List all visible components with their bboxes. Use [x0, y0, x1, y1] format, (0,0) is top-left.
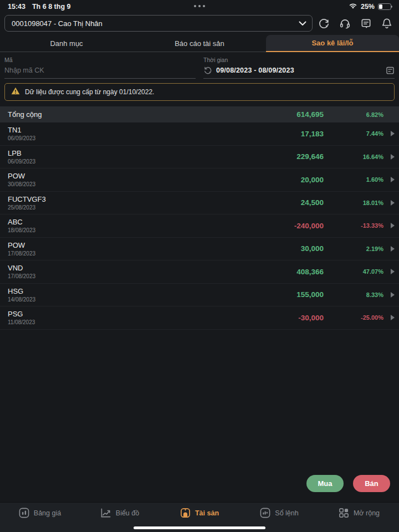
order-actions: Mua Bán — [0, 475, 399, 502]
bell-icon[interactable] — [381, 18, 392, 29]
row-detail-arrow-icon[interactable] — [383, 246, 395, 252]
row-value: 229,646 — [207, 152, 324, 161]
period-filter-field[interactable]: Thời gian 09/08/2023 - 08/09/2023 — [203, 57, 395, 79]
nav-bieu-do[interactable]: Biểu đồ — [80, 508, 160, 518]
calendar-icon[interactable] — [386, 66, 395, 75]
row-value: 24,500 — [207, 198, 324, 207]
table-row[interactable]: PSG11/08/2023 -30,000 -25.00% — [0, 306, 399, 330]
row-symbol: TN1 — [8, 126, 207, 134]
row-percent: 18.01% — [324, 200, 383, 206]
account-row: 0001098047 - Cao Thị Nhân — [0, 12, 399, 35]
asset-tabs: Danh mục Báo cáo tài sản Sao kê lãi/lỗ — [0, 35, 399, 52]
nav-so-lenh[interactable]: Sổ lệnh — [239, 508, 319, 518]
table-row[interactable]: TN106/09/2023 17,183 7.44% — [0, 122, 399, 146]
table-row[interactable]: POW17/08/2023 30,000 2.19% — [0, 238, 399, 261]
table-row[interactable]: HSG14/08/2023 155,000 8.33% — [0, 284, 399, 307]
row-date: 25/08/2023 — [8, 204, 207, 211]
nav-mo-rong[interactable]: Mở rộng — [319, 508, 399, 518]
row-detail-arrow-icon[interactable] — [383, 177, 395, 182]
tab-danh-muc[interactable]: Danh mục — [0, 35, 133, 52]
row-date: 17/08/2023 — [8, 250, 207, 257]
row-date: 17/08/2023 — [8, 273, 207, 279]
multitask-dots-icon — [194, 5, 205, 7]
grid-more-icon — [339, 508, 349, 518]
home-indicator[interactable] — [134, 526, 265, 529]
chart-line-icon — [100, 508, 111, 518]
row-value: 30,000 — [207, 244, 324, 253]
row-detail-arrow-icon[interactable] — [383, 131, 395, 136]
row-date: 06/09/2023 — [8, 135, 207, 141]
tab-sao-ke-lai-lo[interactable]: Sao kê lãi/lỗ — [266, 35, 399, 52]
row-symbol: LPB — [8, 149, 207, 157]
row-date: 30/08/2023 — [8, 181, 207, 187]
wallet-icon — [180, 508, 191, 518]
battery-percent: 25% — [361, 3, 375, 11]
chevron-down-icon — [299, 19, 306, 28]
row-detail-arrow-icon[interactable] — [383, 223, 395, 228]
feedback-note-icon[interactable] — [360, 18, 372, 29]
order-book-icon — [260, 508, 270, 518]
row-detail-arrow-icon[interactable] — [383, 200, 395, 206]
account-selector-value: 0001098047 - Cao Thị Nhân — [12, 19, 299, 28]
clock: 15:43 — [8, 3, 25, 11]
row-percent: 7.44% — [324, 130, 383, 137]
table-row[interactable]: VND17/08/2023 408,366 47.07% — [0, 260, 399, 284]
row-value: -240,000 — [207, 222, 324, 230]
nav-bang-gia[interactable]: Bảng giá — [0, 508, 80, 518]
row-percent: -13.33% — [324, 222, 383, 229]
period-value[interactable]: 09/08/2023 - 08/09/2023 — [216, 66, 382, 74]
row-detail-arrow-icon[interactable] — [383, 269, 395, 274]
row-detail-arrow-icon[interactable] — [383, 315, 395, 320]
table-row[interactable]: FUCTVGF325/08/2023 24,500 18.01% — [0, 192, 399, 215]
symbol-filter-field[interactable]: Mã Nhập mã CK — [4, 57, 196, 79]
row-value: -30,000 — [207, 314, 324, 322]
row-percent: 47.07% — [324, 268, 383, 275]
row-symbol: POW — [8, 241, 207, 249]
row-symbol: VND — [8, 264, 207, 272]
buy-button[interactable]: Mua — [306, 475, 344, 492]
row-value: 17,183 — [207, 130, 324, 138]
row-value: 155,000 — [207, 290, 324, 299]
total-percent: 6.82% — [324, 111, 383, 118]
row-percent: 8.33% — [324, 291, 383, 298]
row-symbol: HSG — [8, 287, 207, 295]
symbol-input[interactable]: Nhập mã CK — [4, 66, 44, 74]
wifi-icon — [349, 3, 357, 11]
trading-app: 15:43 Th 6 8 thg 9 25% 0001098047 - Cao … — [0, 0, 399, 532]
row-percent: 16.64% — [324, 154, 383, 160]
table-row[interactable]: POW30/08/2023 20,000 1.60% — [0, 168, 399, 192]
tab-bao-cao-tai-san[interactable]: Báo cáo tài sản — [133, 35, 266, 52]
reset-period-icon[interactable] — [203, 66, 212, 75]
row-date: 14/08/2023 — [8, 296, 207, 303]
price-board-icon — [19, 508, 29, 518]
total-value: 614,695 — [207, 110, 324, 119]
sell-button[interactable]: Bán — [353, 475, 390, 492]
account-selector[interactable]: 0001098047 - Cao Thị Nhân — [4, 15, 313, 32]
row-value: 20,000 — [207, 176, 324, 184]
warning-text: Dữ liệu được cung cấp từ ngày 01/10/2022… — [25, 88, 154, 96]
battery-icon — [378, 3, 391, 10]
row-date: 18/08/2023 — [8, 227, 207, 233]
row-symbol: PSG — [8, 310, 207, 318]
data-warning-banner: Dữ liệu được cung cấp từ ngày 01/10/2022… — [4, 83, 395, 101]
refresh-icon[interactable] — [318, 18, 330, 29]
row-percent: -25.00% — [324, 314, 383, 321]
total-label: Tổng cộng — [8, 110, 207, 119]
bottom-nav: Bảng giá Biểu đồ Tài sản Sổ lệnh Mở rộng — [0, 502, 399, 532]
table-row[interactable]: LPB06/09/2023 229,646 16.64% — [0, 146, 399, 169]
period-filter-label: Thời gian — [203, 57, 395, 63]
row-detail-arrow-icon[interactable] — [383, 154, 395, 160]
row-date: 06/09/2023 — [8, 158, 207, 165]
support-headset-icon[interactable] — [339, 18, 351, 29]
row-symbol: POW — [8, 172, 207, 180]
table-row[interactable]: ABC18/08/2023 -240,000 -13.33% — [0, 214, 399, 238]
row-percent: 1.60% — [324, 176, 383, 183]
row-symbol: ABC — [8, 218, 207, 226]
status-date: Th 6 8 thg 9 — [32, 3, 70, 11]
row-value: 408,366 — [207, 268, 324, 276]
nav-tai-san[interactable]: Tài sản — [160, 508, 239, 518]
symbol-filter-label: Mã — [4, 57, 196, 63]
warning-icon — [11, 87, 20, 97]
row-percent: 2.19% — [324, 245, 383, 252]
row-detail-arrow-icon[interactable] — [383, 292, 395, 298]
